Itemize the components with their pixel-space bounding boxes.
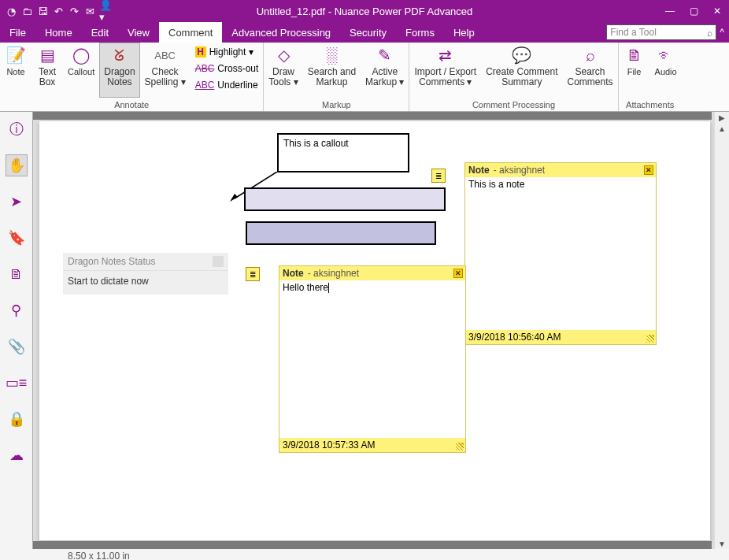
note-icon: 📝 — [5, 44, 27, 66]
menu-home[interactable]: Home — [35, 22, 82, 43]
note-popup-2[interactable]: Note - aksinghnet ✕ Hello there 3/9/2018… — [279, 265, 466, 453]
user-icon[interactable]: 👤▾ — [99, 5, 112, 17]
bookmarks-button[interactable]: 🔖 — [6, 227, 28, 249]
window-title: Untitled_12.pdf - Nuance Power PDF Advan… — [257, 6, 473, 17]
maximize-button[interactable]: ▢ — [682, 0, 705, 22]
open-icon[interactable]: 🗀 — [20, 5, 33, 17]
note-close-button[interactable]: ✕ — [453, 269, 463, 278]
ribbon-group-comment-processing: ⇄Import / ExportComments ▾ 💬Create Comme… — [409, 43, 618, 111]
menu-file[interactable]: File — [0, 22, 35, 43]
page-dimensions: 8.50 x 11.00 in — [68, 551, 130, 560]
shape-rectangle-2[interactable] — [246, 221, 436, 245]
hand-tool-button[interactable]: ✋ — [6, 154, 28, 176]
menu-bar: File Home Edit View Comment Advanced Pro… — [0, 22, 729, 43]
menu-view[interactable]: View — [118, 22, 159, 43]
active-markup-button[interactable]: ✎ActiveMarkup ▾ — [361, 43, 409, 98]
note-body[interactable]: This is a note — [465, 177, 656, 330]
app-icon[interactable]: ◔ — [5, 5, 17, 17]
window-controls: — ▢ ✕ — [658, 0, 729, 22]
draw-tools-icon: ◇ — [272, 44, 294, 66]
note-header[interactable]: Note - aksinghnet ✕ — [465, 163, 656, 177]
group-label-attachments: Attachments — [619, 98, 682, 111]
minimize-button[interactable]: — — [658, 0, 682, 22]
note-marker-1[interactable]: ≣ — [431, 169, 446, 183]
note-button[interactable]: 📝Note — [0, 43, 31, 98]
ribbon-collapse-icon[interactable]: ^ — [720, 27, 724, 38]
dragon-notes-titlebar[interactable]: Dragon Notes Status — [63, 253, 228, 270]
callout-text: This is a callout — [279, 135, 408, 152]
ribbon-group-annotate: 📝Note ▤TextBox ◯Callout ᘜDragonNotes ABC… — [0, 43, 264, 111]
scroll-down-icon[interactable]: ▼ — [716, 538, 728, 549]
audio-icon: ᯤ — [655, 44, 677, 66]
note-body[interactable]: Hello there — [279, 280, 465, 438]
group-label-annotate: Annotate — [0, 98, 263, 111]
page-dimensions-bar: 8.50 x 11.00 in — [0, 549, 729, 560]
callout-button[interactable]: ◯Callout — [63, 43, 99, 98]
dragon-notes-status[interactable]: Dragon Notes Status Start to dictate now — [63, 253, 228, 295]
spellcheck-icon: ABC — [154, 44, 176, 66]
resize-grip[interactable] — [456, 443, 464, 451]
info-panel-button[interactable]: ⓘ — [6, 118, 28, 140]
search-markup-icon: ░ — [320, 44, 342, 66]
document-page[interactable]: This is a callout ≣ ≣ Note - aksinghnet … — [39, 121, 710, 540]
callout-box[interactable]: This is a callout — [277, 133, 409, 172]
cloud-panel-button[interactable]: ☁ — [6, 444, 28, 466]
check-spelling-button[interactable]: ABCCheckSpelling ▾ — [140, 43, 191, 98]
scroll-up-icon[interactable]: ▲ — [716, 123, 728, 134]
search-comments-button[interactable]: ⌕SearchComments — [563, 43, 618, 98]
note-close-button[interactable]: ✕ — [644, 165, 653, 175]
scroll-right-icon[interactable]: ▶ — [716, 112, 728, 123]
search-icon: ⌕ — [707, 28, 712, 39]
find-tool-input[interactable]: Find a Tool ⌕ — [606, 24, 716, 40]
create-comment-summary-button[interactable]: 💬Create CommentSummary — [481, 43, 562, 98]
bottom-border — [33, 541, 712, 549]
attach-file-button[interactable]: 🗎File — [619, 43, 650, 98]
menu-security[interactable]: Security — [340, 22, 396, 43]
save-icon[interactable]: 🖫 — [36, 5, 49, 17]
textbox-button[interactable]: ▤TextBox — [31, 43, 63, 98]
note-footer: 3/9/2018 10:56:40 AM — [465, 330, 656, 344]
main-area: ⓘ ✋ ➤ 🔖 🗎 ⚲ 📎 ▭≡ 🔒 ☁ This is a callout ≣… — [0, 112, 729, 549]
note-popup-1[interactable]: Note - aksinghnet ✕ This is a note 3/9/2… — [464, 162, 657, 345]
undo-icon[interactable]: ↶ — [52, 5, 65, 17]
menu-comment[interactable]: Comment — [159, 22, 222, 43]
form-controls-button[interactable]: ▭≡ — [6, 372, 28, 394]
stamps-button[interactable]: ⚲ — [6, 299, 28, 321]
dragon-notes-button[interactable]: ᘜDragonNotes — [99, 43, 139, 98]
search-comments-icon: ⌕ — [579, 44, 601, 66]
attachments-panel-button[interactable]: 📎 — [6, 336, 28, 358]
note-title: Note — [468, 165, 490, 176]
menu-advanced-processing[interactable]: Advanced Processing — [222, 22, 340, 43]
import-export-icon: ⇄ — [435, 44, 457, 66]
dragon-notes-close-button[interactable] — [213, 256, 224, 267]
mail-icon[interactable]: ✉ — [83, 5, 96, 17]
ribbon-group-attachments: 🗎File ᯤAudio Attachments — [619, 43, 682, 111]
highlight-button[interactable]: HHighlight ▾ — [195, 44, 259, 60]
dragon-notes-body: Start to dictate now — [63, 270, 228, 295]
security-panel-button[interactable]: 🔒 — [6, 408, 28, 430]
note-footer: 3/9/2018 10:57:33 AM — [279, 438, 465, 452]
menu-forms[interactable]: Forms — [396, 22, 444, 43]
select-tool-button[interactable]: ➤ — [6, 191, 28, 213]
note-marker-2[interactable]: ≣ — [246, 267, 260, 281]
note-header[interactable]: Note - aksinghnet ✕ — [279, 266, 465, 280]
menu-help[interactable]: Help — [444, 22, 484, 43]
redo-icon[interactable]: ↷ — [68, 5, 80, 17]
note-author: - aksinghnet — [492, 165, 545, 176]
close-button[interactable]: ✕ — [705, 0, 729, 22]
crossout-button[interactable]: ABCCross-out — [195, 61, 259, 76]
attach-audio-button[interactable]: ᯤAudio — [650, 43, 682, 98]
left-panel: ⓘ ✋ ➤ 🔖 🗎 ⚲ 📎 ▭≡ 🔒 ☁ — [0, 112, 33, 549]
canvas-area: This is a callout ≣ ≣ Note - aksinghnet … — [33, 112, 729, 549]
underline-button[interactable]: ABCUnderline — [195, 77, 259, 93]
menu-edit[interactable]: Edit — [82, 22, 118, 43]
resize-grip[interactable] — [646, 335, 654, 343]
pages-panel-button[interactable]: 🗎 — [6, 263, 28, 285]
shape-rectangle-1[interactable] — [244, 187, 446, 211]
draw-tools-button[interactable]: ◇DrawTools ▾ — [264, 43, 302, 98]
crossout-icon: ABC — [195, 63, 215, 74]
search-markup-button[interactable]: ░Search andMarkup — [303, 43, 361, 98]
import-export-comments-button[interactable]: ⇄Import / ExportComments ▾ — [409, 43, 481, 98]
vertical-scrollbar[interactable]: ▶ ▲ ▼ — [715, 112, 729, 549]
file-icon: 🗎 — [624, 44, 646, 66]
